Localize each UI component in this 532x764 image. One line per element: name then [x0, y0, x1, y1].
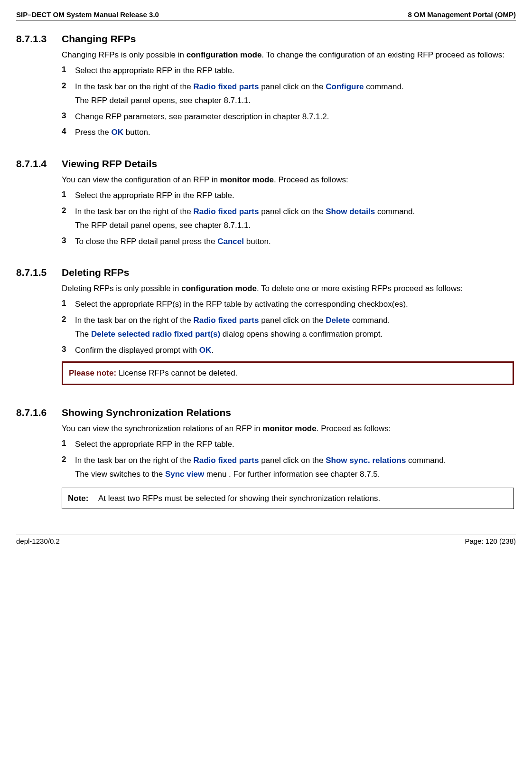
note-label: Note:	[68, 493, 98, 504]
text: In the task bar on the right of the	[75, 456, 194, 465]
text: panel click on the	[259, 456, 326, 465]
list-item: 2 In the task bar on the right of the Ra…	[62, 206, 514, 231]
step-subtext: The RFP detail panel opens, see chapter …	[75, 220, 514, 231]
text: In the task bar on the right of the	[75, 316, 194, 325]
note-text: License RFPs cannot be deleted.	[119, 368, 237, 377]
list-item: 1 Select the appropriate RFP in the RFP …	[62, 439, 514, 450]
keyword: Radio fixed parts	[194, 316, 259, 325]
text: To close the RFP detail panel press the	[75, 237, 217, 246]
step-body: In the task bar on the right of the Radi…	[75, 455, 514, 480]
text: panel click on the	[259, 316, 326, 325]
keyword: Configure	[326, 82, 364, 91]
step-number: 3	[62, 111, 75, 122]
text: . Proceed as follows:	[274, 175, 348, 184]
note-label: Please note:	[69, 368, 119, 377]
section-body: You can view the configuration of an RFP…	[62, 174, 514, 247]
text: You can view the synchronization relatio…	[62, 424, 262, 433]
list-item: 1 Select the appropriate RFP in the RFP …	[62, 190, 514, 201]
text: . To change the configuration of an exis…	[261, 50, 504, 59]
text: command.	[350, 316, 390, 325]
text: panel click on the	[259, 82, 326, 91]
keyword: Sync view	[165, 470, 204, 479]
list-item: 3 Confirm the displayed prompt with OK.	[62, 345, 514, 356]
text: .	[211, 346, 214, 355]
step-body: Select the appropriate RFP in the RFP ta…	[75, 439, 514, 450]
text: button.	[123, 128, 150, 137]
section-number: 8.7.1.3	[16, 33, 62, 45]
step-body: In the task bar on the right of the Radi…	[75, 206, 514, 231]
step-body: In the task bar on the right of the Radi…	[75, 315, 514, 340]
page-footer: depl-1230/0.2 Page: 120 (238)	[16, 535, 516, 545]
list-item: 1 Select the appropriate RFP(s) in the R…	[62, 299, 514, 310]
text: command.	[375, 207, 415, 216]
section-heading: 8.7.1.3 Changing RFPs	[16, 33, 516, 45]
keyword: OK	[112, 128, 124, 137]
section-deleting-rfps: 8.7.1.5 Deleting RFPs Deleting RFPs is o…	[16, 267, 516, 385]
keyword: Delete selected radio fixed part(s)	[91, 330, 220, 339]
section-body: You can view the synchronization relatio…	[62, 423, 514, 480]
header-left: SIP–DECT OM System Manual Release 3.0	[16, 10, 159, 19]
step-body: In the task bar on the right of the Radi…	[75, 81, 514, 106]
text: Press the	[75, 128, 112, 137]
list-item: 4 Press the OK button.	[62, 127, 514, 138]
step-number: 2	[62, 206, 75, 231]
text: menu . For further information see chapt…	[204, 470, 380, 479]
step-number: 3	[62, 345, 75, 356]
section-body: Deleting RFPs is only possible in config…	[62, 283, 514, 356]
step-number: 2	[62, 455, 75, 480]
keyword: Radio fixed parts	[194, 82, 259, 91]
step-body: Press the OK button.	[75, 127, 514, 138]
section-viewing-rfp-details: 8.7.1.4 Viewing RFP Details You can view…	[16, 158, 516, 247]
text: Deleting RFPs is only possible in	[62, 284, 181, 293]
step-number: 2	[62, 315, 75, 340]
note-text: At least two RFPs must be selected for s…	[98, 493, 380, 504]
text: . To delete one or more existing RFPs pr…	[257, 284, 463, 293]
text: You can view the configuration of an RFP…	[62, 175, 220, 184]
step-subtext: The Delete selected radio fixed part(s) …	[75, 329, 514, 340]
section-body: Changing RFPs is only possible in config…	[62, 49, 514, 138]
text: In the task bar on the right of the	[75, 82, 194, 91]
step-number: 1	[62, 299, 75, 310]
text: command.	[406, 456, 446, 465]
bold-text: monitor mode	[220, 175, 274, 184]
step-body: Select the appropriate RFP(s) in the RFP…	[75, 299, 514, 310]
text: In the task bar on the right of the	[75, 207, 194, 216]
keyword: Cancel	[217, 237, 244, 246]
footer-left: depl-1230/0.2	[16, 537, 60, 545]
text: button.	[244, 237, 271, 246]
intro-paragraph: You can view the synchronization relatio…	[62, 423, 514, 434]
section-title: Showing Synchronization Relations	[62, 407, 231, 418]
text: The	[75, 330, 91, 339]
section-number: 8.7.1.4	[16, 158, 62, 170]
bold-text: monitor mode	[262, 424, 316, 433]
header-right: 8 OM Management Portal (OMP)	[408, 10, 516, 19]
section-title: Deleting RFPs	[62, 267, 129, 278]
section-heading: 8.7.1.4 Viewing RFP Details	[16, 158, 516, 170]
step-number: 3	[62, 236, 75, 247]
step-number: 1	[62, 65, 75, 76]
step-subtext: The view switches to the Sync view menu …	[75, 469, 514, 480]
text: . Proceed as follows:	[317, 424, 391, 433]
text: command.	[364, 82, 404, 91]
keyword: OK	[199, 346, 212, 355]
text: Changing RFPs is only possible in	[62, 50, 187, 59]
list-item: 2 In the task bar on the right of the Ra…	[62, 81, 514, 106]
bold-text: configuration mode	[187, 50, 262, 59]
keyword: Show details	[326, 207, 375, 216]
section-heading: 8.7.1.6 Showing Synchronization Relation…	[16, 407, 516, 418]
section-number: 8.7.1.5	[16, 267, 62, 278]
list-item: 3 Change RFP parameters, see parameter d…	[62, 111, 514, 122]
step-number: 1	[62, 190, 75, 201]
text: dialog opens showing a confirmation prom…	[220, 330, 383, 339]
section-heading: 8.7.1.5 Deleting RFPs	[16, 267, 516, 278]
intro-paragraph: Changing RFPs is only possible in config…	[62, 49, 514, 60]
note-box: Note: At least two RFPs must be selected…	[62, 488, 514, 509]
list-item: 2 In the task bar on the right of the Ra…	[62, 455, 514, 480]
text: The view switches to the	[75, 470, 165, 479]
section-title: Changing RFPs	[62, 33, 136, 45]
please-note-box: Please note: License RFPs cannot be dele…	[62, 361, 514, 385]
bold-text: configuration mode	[181, 284, 257, 293]
step-number: 4	[62, 127, 75, 138]
text: panel click on the	[259, 207, 326, 216]
keyword: Radio fixed parts	[194, 456, 259, 465]
